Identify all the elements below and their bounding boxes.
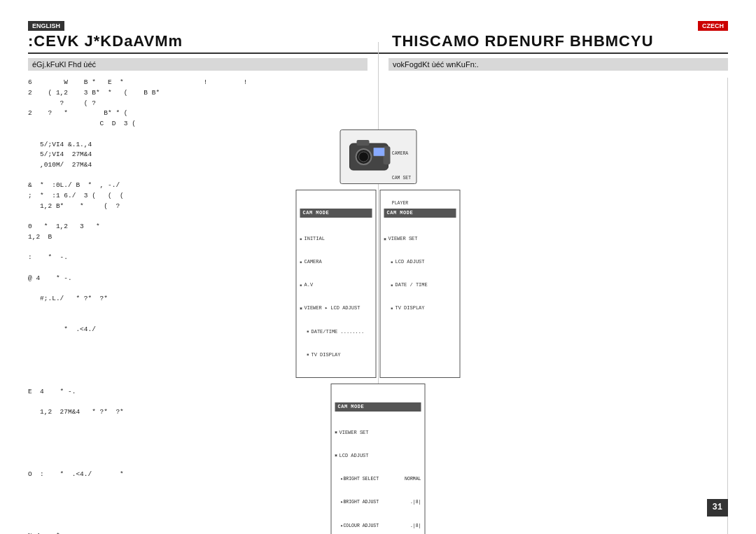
czech-badge: CZECH	[698, 21, 728, 31]
en-line-3: ? ( ?	[28, 99, 717, 109]
en-line-1: 6 W B * E * ! !	[28, 78, 717, 88]
en-line-18: : * -. @ 4 * -. #;.L./ * ?* ?* * .<4./ E…	[28, 253, 717, 534]
menu-viewer: VIEWER ▸ LCD ADJUST	[300, 305, 372, 312]
camera-label-group: CAMERA CAM SET PLAYER	[392, 134, 414, 224]
bright-select-value: NORMAL	[405, 476, 421, 483]
en-line-2: 2 ( 1,2 3 B* * ( B B*	[28, 88, 717, 99]
bright-adjust-row: ▸BRIGHT ADJUST .|8|	[335, 499, 421, 506]
cam-mode-box-3: CAM MODE VIEWER SET LCD ADJUST ▸BRIGHT S…	[331, 384, 426, 534]
cam-mode-title-3: CAM MODE	[335, 402, 421, 412]
menu-lcd-adjust: LCD ADJUST	[384, 259, 456, 266]
czech-section: CZECH THISCAMO RDENURF BHBMCYU	[378, 21, 728, 50]
bright-select-row: ▸BRIGHT SELECT NORMAL	[335, 476, 421, 483]
page-number: 31	[707, 499, 728, 517]
menu-viewer-set: VIEWER SET	[384, 236, 456, 243]
english-subtitle: éGj.kFuKl Fhd ùéć	[28, 58, 368, 71]
bright-adjust-value: .|8|	[410, 499, 421, 506]
bright-adjust-label: ▸BRIGHT ADJUST	[341, 499, 379, 506]
czech-title: THISCAMO RDENURF BHBMCYU	[392, 33, 728, 50]
camera-illustration: CAMERA CAM SET PLAYER	[340, 129, 416, 184]
menu-datetime: DATE/TIME ........	[300, 329, 372, 336]
en-line-19: @ 4 * -. #;.L./ * ?* ?* * .<4./ E 4 * -.…	[28, 274, 717, 534]
czech-subtitle: vokFogdKt ùéć wnKuFn:.	[388, 58, 728, 71]
colour-adjust-row: ▸COLOUR ADJUST .|8|	[335, 523, 421, 530]
english-content: 6 W B * E * ! ! 2 ( 1,2 3 B* * ( B B* ? …	[28, 78, 728, 534]
english-text-block: 6 W B * E * ! ! 2 ( 1,2 3 B* * ( B B* ? …	[28, 78, 717, 534]
colour-adjust-value: .|8|	[410, 523, 421, 530]
menu-viewer-set-3: VIEWER SET	[335, 430, 421, 437]
svg-point-2	[358, 152, 368, 162]
menu-tvdisplay: TV DISPLAY	[300, 352, 372, 359]
menu-boxes-row: CAM MODE INITIAL CAMERA A.V VIEWER ▸ LCD…	[296, 190, 461, 378]
cam-mode-title-1: CAM MODE	[300, 209, 372, 218]
camera-svg	[344, 138, 393, 176]
menu-initial: INITIAL	[300, 236, 372, 243]
svg-rect-3	[356, 140, 369, 146]
page-container: ENGLISH :CEVK J*KDaAVMm CZECH THISCAMO R…	[0, 0, 756, 534]
svg-rect-5	[373, 148, 384, 156]
colour-adjust-label: ▸COLOUR ADJUST	[341, 523, 379, 530]
camera-label: CAMERA	[392, 150, 414, 158]
camset-label: CAM SET	[392, 174, 414, 183]
en-line-4: 2 ? * B* * (	[28, 108, 717, 119]
player-label: PLAYER	[392, 199, 414, 208]
menu-tv-display: TV DISPLAY	[384, 305, 456, 312]
en-line-5: C D 3 (	[28, 119, 717, 129]
center-diagrams: CAMERA CAM SET PLAYER CAM MODE INITIAL C…	[296, 129, 461, 534]
menu-lcd-adjust-3: LCD ADJUST	[335, 453, 421, 460]
menu-av: A.V	[300, 282, 372, 289]
bright-select-label: ▸BRIGHT SELECT	[341, 476, 379, 483]
menu-date-time: DATE / TIME	[384, 282, 456, 289]
english-title: :CEVK J*KDaAVMm	[28, 33, 364, 50]
english-section: ENGLISH :CEVK J*KDaAVMm	[28, 21, 378, 50]
cam-mode-box-1: CAM MODE INITIAL CAMERA A.V VIEWER ▸ LCD…	[296, 190, 377, 378]
menu-camera: CAMERA	[300, 259, 372, 266]
english-badge: ENGLISH	[28, 21, 64, 31]
main-content: 6 W B * E * ! ! 2 ( 1,2 3 B* * ( B B* ? …	[28, 78, 728, 534]
